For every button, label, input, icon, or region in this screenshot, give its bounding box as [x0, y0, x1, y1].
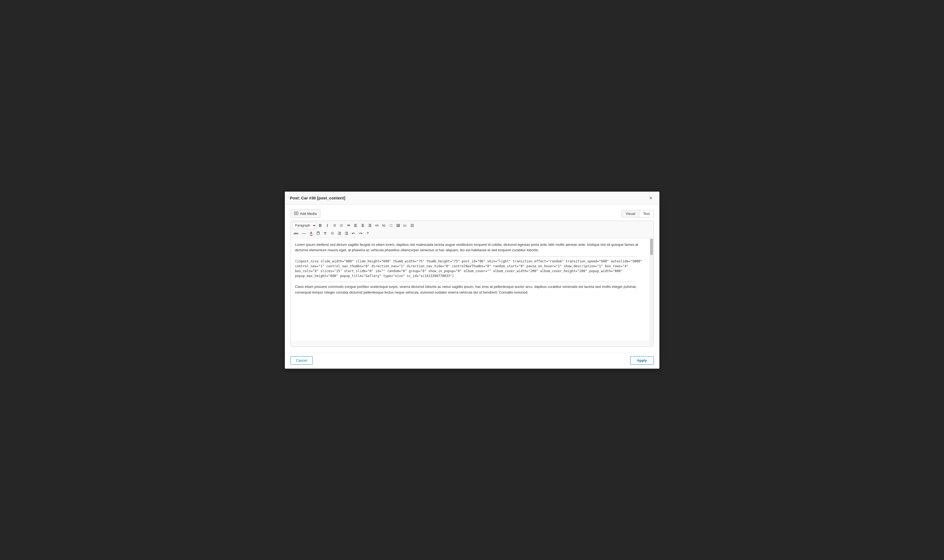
align-left-button[interactable]	[352, 222, 359, 229]
top-toolbar-row: Add Media Visual Text	[290, 209, 654, 218]
post-editor-modal: Post: Car #30 [post_content] × Add Media	[285, 192, 659, 369]
redo-icon	[359, 231, 362, 235]
fullscreen-button[interactable]	[388, 222, 394, 229]
align-center-icon	[361, 223, 365, 228]
tab-text[interactable]: Text	[639, 210, 654, 217]
scrollbar-track[interactable]	[650, 238, 654, 341]
blockquote-icon	[347, 223, 350, 228]
text-color-button[interactable]: A	[308, 230, 315, 237]
hr-button[interactable]: —	[300, 230, 307, 237]
undo-icon	[352, 231, 355, 235]
ordered-list-button[interactable]	[338, 222, 345, 229]
add-media-button[interactable]: Add Media	[290, 209, 320, 218]
help-button[interactable]: ?	[364, 230, 371, 237]
resize-handle[interactable]: ⠿	[291, 341, 654, 346]
modal-header: Post: Car #30 [post_content] ×	[285, 192, 659, 205]
exit-button[interactable]	[409, 222, 415, 229]
indent-icon	[344, 231, 348, 235]
toolbar-row-2: abc — A Ω	[292, 230, 652, 237]
indent-button[interactable]	[343, 230, 350, 237]
toolbar-row-1: Paragraph Heading 1 Heading 2 Heading 3 …	[292, 222, 652, 229]
modal-title: Post: Car #30 [post_content]	[290, 195, 346, 200]
clear-format-button[interactable]	[322, 230, 329, 237]
clear-format-icon	[323, 231, 327, 235]
unlink-button[interactable]	[381, 222, 387, 229]
table-icon	[396, 223, 400, 228]
modal-body: Add Media Visual Text Paragraph Heading …	[285, 205, 659, 349]
paste-icon	[316, 231, 320, 235]
cancel-button[interactable]: Cancel	[290, 356, 313, 365]
modal-overlay: Post: Car #30 [post_content] × Add Media	[0, 0, 944, 560]
exit-icon	[410, 223, 414, 228]
editor-wrapper: Paragraph Heading 1 Heading 2 Heading 3 …	[290, 221, 654, 347]
outdent-button[interactable]	[336, 230, 342, 237]
editor-content[interactable]: Lorem ipsum eleifend sed dictum sagittis…	[291, 238, 654, 341]
list-item-button[interactable]: Li	[402, 222, 408, 229]
unordered-list-icon	[333, 223, 336, 228]
divider-1	[309, 256, 636, 257]
content-paragraph-1: Lorem ipsum eleifend sed dictum sagittis…	[295, 242, 649, 254]
content-paragraph-2: Class etiam posuere commodo congue portt…	[295, 284, 649, 295]
view-tabs: Visual Text	[622, 210, 654, 217]
editor-content-area: Lorem ipsum eleifend sed dictum sagittis…	[291, 238, 654, 341]
modal-footer: Cancel Apply	[285, 352, 659, 368]
insert-link-button[interactable]	[373, 222, 380, 229]
unlink-icon	[382, 223, 386, 228]
ordered-list-icon	[339, 223, 344, 228]
fullscreen-icon	[389, 223, 393, 228]
content-shortcode: [inpost_nivo slide_width="800" slide_hei…	[295, 259, 649, 278]
close-button[interactable]: ×	[648, 195, 654, 202]
link-icon	[375, 223, 379, 228]
editor-toolbar: Paragraph Heading 1 Heading 2 Heading 3 …	[291, 221, 654, 238]
add-media-label: Add Media	[300, 212, 317, 216]
outdent-icon	[338, 231, 341, 235]
divider-2	[309, 282, 636, 282]
resize-icon: ⠿	[650, 342, 652, 346]
align-center-button[interactable]	[359, 222, 366, 229]
scrollbar-thumb[interactable]	[650, 239, 653, 255]
undo-button[interactable]	[350, 230, 357, 237]
unordered-list-button[interactable]	[331, 222, 338, 229]
special-chars-button[interactable]: Ω	[329, 230, 336, 237]
table-button[interactable]	[395, 222, 401, 229]
text-color-icon: A	[310, 231, 313, 236]
italic-button[interactable]: I	[324, 222, 331, 229]
align-left-icon	[354, 223, 358, 228]
bold-button[interactable]: B	[317, 222, 324, 229]
redo-button[interactable]	[357, 230, 364, 237]
tab-visual[interactable]: Visual	[622, 210, 639, 217]
align-right-icon	[368, 223, 372, 228]
paste-plain-button[interactable]	[315, 230, 321, 237]
paragraph-format-select[interactable]: Paragraph Heading 1 Heading 2 Heading 3	[292, 222, 316, 229]
strikethrough-button[interactable]: abc	[292, 230, 300, 237]
blockquote-button[interactable]	[346, 222, 352, 229]
align-right-button[interactable]	[367, 222, 373, 229]
apply-button[interactable]: Apply	[630, 356, 654, 365]
add-media-icon	[294, 211, 298, 216]
